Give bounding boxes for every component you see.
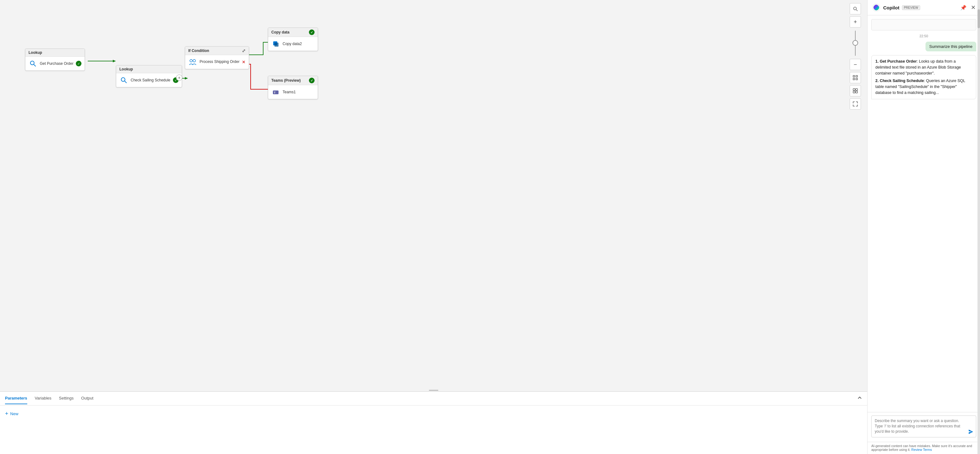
copilot-panel: Copilot PREVIEW 📌 ✕ 22:50 Summarize this…: [867, 0, 980, 454]
lookup2-icon: [119, 76, 128, 84]
input-wrapper: [871, 416, 976, 439]
review-terms-link[interactable]: Review Terms: [912, 448, 932, 451]
chat-area: 22:50 Summarize this pipeline 1. Get Pur…: [867, 15, 980, 412]
copilot-input[interactable]: [871, 416, 976, 437]
process-label: Process Shipping Order: [200, 59, 239, 65]
scrollbar-thumb: [977, 10, 980, 28]
zoom-in-btn[interactable]: +: [850, 16, 861, 27]
previous-input: [871, 19, 976, 30]
svg-point-6: [121, 78, 125, 81]
teams-icon: T: [271, 88, 280, 97]
chat-timestamp: 22:50: [871, 34, 976, 38]
svg-rect-22: [853, 91, 855, 93]
expand-canvas-btn[interactable]: [850, 98, 861, 110]
teams-body: T Teams1: [268, 85, 318, 99]
add-activity-btn[interactable]: +: [176, 75, 182, 81]
pin-icon[interactable]: 📌: [960, 5, 967, 11]
close-icon[interactable]: ✕: [971, 4, 975, 11]
copilot-actions: 📌 ✕: [960, 4, 975, 11]
copy-data-node[interactable]: Copy data ✓ Copy data2: [268, 27, 318, 51]
search-toolbar-btn[interactable]: [850, 3, 861, 14]
chat-scrollbar[interactable]: [977, 0, 980, 454]
tab-output[interactable]: Output: [81, 393, 93, 404]
svg-rect-16: [853, 75, 855, 77]
svg-rect-17: [856, 75, 858, 77]
send-button[interactable]: [968, 429, 974, 436]
svg-marker-0: [113, 60, 116, 62]
if-condition-node[interactable]: If Condition ⤢ Process Shipping Order ✕: [185, 46, 249, 69]
teams-success: ✓: [309, 78, 315, 83]
svg-rect-11: [274, 43, 278, 47]
lookup1-body: Get Purchase Order ✓: [25, 57, 84, 70]
svg-line-15: [856, 10, 858, 11]
copy-data-success: ✓: [309, 29, 315, 35]
copilot-input-area: [867, 412, 980, 442]
tab-settings[interactable]: Settings: [59, 393, 74, 404]
group-btn[interactable]: [850, 85, 861, 97]
fit-screen-btn[interactable]: [850, 72, 861, 83]
svg-line-5: [34, 65, 36, 67]
copilot-logo-icon: [872, 3, 881, 12]
copy-data-body: Copy data2: [268, 37, 318, 51]
svg-rect-23: [856, 91, 858, 93]
copy-data-icon: [271, 40, 280, 48]
tab-variables[interactable]: Variables: [35, 393, 51, 404]
if-condition-header: If Condition ⤢: [185, 47, 249, 55]
panel-content: + New: [0, 405, 867, 422]
lookup2-header: Lookup: [116, 65, 182, 73]
if-condition-body: Process Shipping Order ✕: [185, 55, 249, 69]
bottom-panel: Parameters Variables Settings Output + N…: [0, 391, 867, 454]
svg-rect-18: [853, 78, 855, 80]
add-new-btn[interactable]: + New: [5, 411, 19, 417]
copilot-footer: AI-generated content can have mistakes. …: [867, 442, 980, 454]
panel-resize-handle[interactable]: [427, 389, 440, 391]
teams-node[interactable]: Teams (Preview) ✓ T Teams1: [268, 76, 318, 99]
bot-item2-name: Check Sailing Schedule: [880, 79, 924, 83]
copilot-header: Copilot PREVIEW 📌 ✕: [867, 0, 980, 15]
svg-line-7: [125, 81, 127, 83]
lookup1-icon: [29, 59, 37, 68]
canvas-toolbar: + −: [850, 3, 861, 110]
svg-rect-20: [853, 89, 855, 90]
bot-item1-name: Get Purchase Order: [880, 59, 917, 63]
svg-rect-21: [856, 89, 858, 90]
svg-point-4: [30, 61, 34, 65]
lookup-node-2[interactable]: Lookup Check Sailing Schedule ✓: [116, 65, 182, 87]
zoom-out-btn[interactable]: −: [850, 59, 861, 70]
svg-text:T: T: [274, 91, 276, 94]
expand-icon[interactable]: ⤢: [242, 48, 246, 53]
svg-marker-1: [185, 77, 188, 79]
teams-header: Teams (Preview) ✓: [268, 76, 318, 85]
lookup1-success: ✓: [76, 61, 81, 67]
fail-indicator: ✕: [242, 59, 246, 65]
lookup2-body: Check Sailing Schedule ✓: [116, 73, 182, 87]
panel-collapse-btn[interactable]: [857, 395, 862, 402]
zoom-slider[interactable]: [850, 29, 861, 57]
tab-parameters[interactable]: Parameters: [5, 393, 27, 404]
svg-point-14: [854, 7, 857, 10]
svg-point-9: [193, 59, 196, 62]
if-condition-icon: [188, 58, 197, 67]
lookup-node-1[interactable]: Lookup Get Purchase Order ✓: [25, 49, 85, 71]
bot-message: 1. Get Purchase Order: Looks up data fro…: [871, 55, 976, 99]
svg-rect-19: [856, 78, 858, 80]
user-message: Summarize this pipeline: [926, 42, 976, 51]
svg-point-8: [190, 59, 192, 62]
copy-data-header: Copy data ✓: [268, 28, 318, 37]
bottom-tabs: Parameters Variables Settings Output: [0, 392, 867, 405]
lookup1-header: Lookup: [25, 49, 84, 57]
